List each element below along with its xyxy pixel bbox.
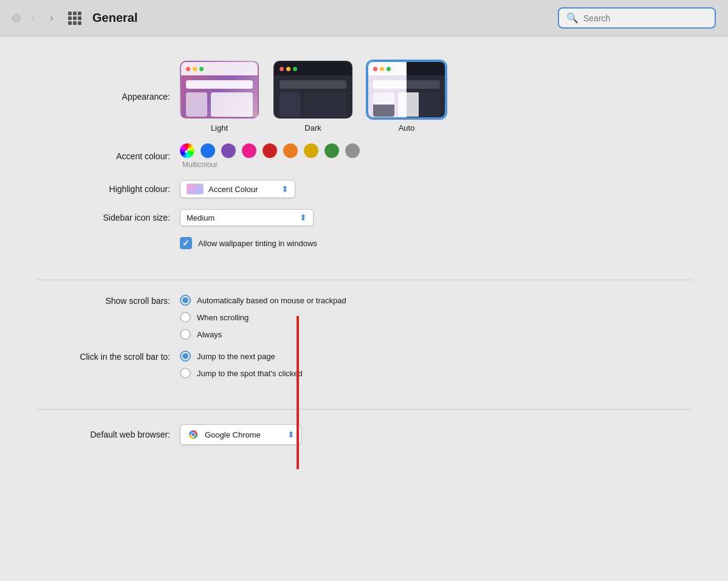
section-divider [36, 280, 692, 280]
section-divider-2 [36, 409, 692, 410]
appearance-auto-label: Auto [399, 123, 415, 132]
search-bar: 🔍 [558, 7, 716, 29]
accent-color-graphite[interactable] [345, 143, 360, 158]
appearance-options: Light [180, 61, 446, 132]
highlight-colour-dropdown[interactable]: Accent Colour ⬍ [180, 180, 295, 198]
sidebar-icon-size-label: Sidebar icon size: [36, 213, 170, 222]
sidebar-icon-size-value: Medium [187, 213, 295, 222]
highlight-colour-value: Accent Colour [208, 185, 276, 194]
appearance-option-dark[interactable]: Dark [273, 61, 352, 132]
scroll-bars-auto-label: Automatically based on mouse or trackpad [197, 296, 346, 305]
accent-color-yellow[interactable] [304, 143, 318, 158]
scroll-bars-scrolling-radio[interactable] [180, 312, 191, 323]
chevron-updown-icon3: ⬍ [287, 430, 295, 439]
highlight-colour-label: Highlight colour: [36, 184, 170, 194]
checkmark-icon: ✓ [182, 238, 190, 248]
main-content: Appearance: [0, 36, 728, 469]
default-browser-value: Google Chrome [205, 430, 283, 439]
forward-button[interactable]: › [46, 9, 57, 27]
scroll-bars-radio-group: Automatically based on mouse or trackpad… [180, 295, 346, 340]
appearance-option-light[interactable]: Light [180, 61, 259, 132]
default-web-browser-row: Default web browser: Google Chro [36, 424, 692, 445]
accent-colour-label: Accent colour: [36, 151, 170, 161]
scroll-bars-section: Show scroll bars: Automatically based on… [36, 295, 692, 397]
wallpaper-tinting-row: ✓ Allow wallpaper tinting in windows [180, 237, 692, 249]
click-next-page-label: Jump to the next page [197, 352, 275, 361]
wallpaper-tinting-label: Allow wallpaper tinting in windows [198, 239, 317, 248]
click-scroll-bar-row: Click in the scroll bar to: Jump to the … [36, 351, 692, 379]
click-next-page-radio[interactable] [180, 351, 191, 362]
back-button[interactable]: ‹ [28, 9, 39, 27]
scroll-bars-auto-row: Automatically based on mouse or trackpad [180, 295, 346, 306]
appearance-dark-label: Dark [304, 123, 321, 132]
show-scroll-bars-label: Show scroll bars: [36, 295, 170, 306]
show-scroll-bars-row: Show scroll bars: Automatically based on… [36, 295, 692, 340]
accent-color-multicolor[interactable] [180, 143, 194, 158]
chevron-updown-icon2: ⬍ [300, 213, 307, 222]
scroll-bars-always-row: Always [180, 329, 346, 340]
click-spot-label: Jump to the spot that's clicked [197, 369, 303, 378]
accent-color-blue[interactable] [201, 143, 215, 158]
scroll-bars-always-radio[interactable] [180, 329, 191, 340]
appearance-thumb-dark [273, 61, 352, 119]
appearance-label: Appearance: [36, 92, 170, 101]
svg-point-2 [191, 433, 195, 436]
appearance-section: Appearance: [36, 61, 692, 267]
accent-color-red[interactable] [263, 143, 277, 158]
accent-colour-row: Accent colour: Multicolour [36, 143, 692, 169]
highlight-colour-row: Highlight colour: Accent Colour ⬍ [36, 180, 692, 198]
wallpaper-tinting-checkbox[interactable]: ✓ [180, 237, 192, 249]
default-web-browser-dropdown[interactable]: Google Chrome ⬍ [180, 424, 301, 445]
accent-color-pink[interactable] [242, 143, 256, 158]
accent-color-purple[interactable] [221, 143, 236, 158]
click-scroll-bar-radio-group: Jump to the next page Jump to the spot t… [180, 351, 303, 379]
appearance-row: Appearance: [36, 61, 692, 132]
accent-colors [180, 143, 360, 158]
sidebar-icon-size-row: Sidebar icon size: Medium ⬍ [36, 209, 692, 226]
appearance-option-auto[interactable]: Auto [367, 61, 446, 132]
search-input[interactable] [583, 13, 707, 23]
accent-color-green[interactable] [325, 143, 339, 158]
scroll-bars-always-label: Always [197, 330, 222, 339]
scroll-bars-scrolling-label: When scrolling [197, 313, 249, 322]
search-icon: 🔍 [566, 12, 579, 24]
multicolour-selected-label: Multicolour [182, 160, 360, 169]
page-title: General [92, 11, 551, 25]
chevron-updown-icon: ⬍ [281, 184, 289, 194]
grid-view-button[interactable] [64, 9, 85, 27]
sidebar-icon-size-dropdown[interactable]: Medium ⬍ [180, 209, 314, 226]
accent-color-orange[interactable] [283, 143, 298, 158]
grid-icon [68, 12, 81, 25]
top-bar: ‹ › General 🔍 [0, 0, 728, 36]
scroll-bars-scrolling-row: When scrolling [180, 312, 346, 323]
click-spot-row: Jump to the spot that's clicked [180, 368, 303, 379]
highlight-swatch [187, 184, 204, 194]
traffic-light [12, 14, 21, 22]
click-next-page-row: Jump to the next page [180, 351, 303, 362]
chrome-icon [187, 428, 200, 441]
click-spot-radio[interactable] [180, 368, 191, 379]
appearance-thumb-auto [367, 61, 446, 119]
appearance-light-label: Light [211, 123, 228, 132]
click-scroll-bar-label: Click in the scroll bar to: [36, 351, 170, 362]
scroll-bars-auto-radio[interactable] [180, 295, 191, 306]
appearance-thumb-light [180, 61, 259, 119]
default-web-browser-label: Default web browser: [36, 430, 170, 439]
